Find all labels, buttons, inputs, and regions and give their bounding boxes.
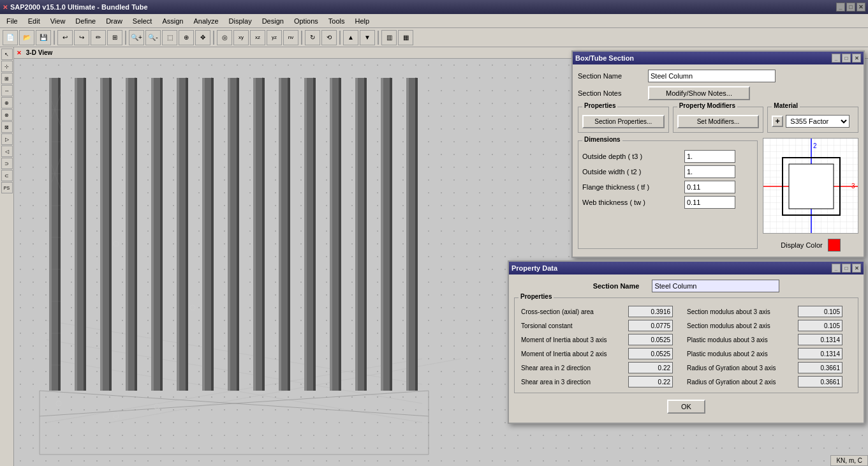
prop-label: Torsional constant [519, 319, 626, 333]
section-properties-btn[interactable]: Section Properties... [582, 115, 665, 128]
toolbar-separator-1 [54, 31, 55, 45]
maximize-btn[interactable]: □ [846, 3, 855, 11]
new-btn[interactable]: 📄 [3, 30, 18, 45]
snap-btn[interactable]: ◎ [217, 30, 232, 45]
prop-moi-2[interactable] [628, 348, 673, 359]
prop-sec-mod-2[interactable] [798, 320, 842, 331]
property-modifiers-title: Property Modifiers [677, 102, 737, 109]
prop-axial-area[interactable] [628, 306, 673, 317]
close-btn[interactable]: ✕ [857, 3, 865, 11]
prop-value-cell [626, 361, 684, 375]
menu-select[interactable]: Select [128, 16, 158, 26]
prop-label: Cross-section (axial) area [519, 304, 626, 319]
svg-rect-13 [109, 78, 112, 391]
prop-label: Plastic modulus about 2 axis [684, 347, 795, 361]
menu-file[interactable]: File [1, 16, 23, 26]
menu-draw[interactable]: Draw [101, 16, 128, 26]
tool-4[interactable]: ↔ [1, 85, 13, 96]
modify-notes-btn[interactable]: Modify/Show Notes... [648, 86, 750, 100]
menu-edit[interactable]: Edit [23, 16, 45, 26]
menu-help[interactable]: Help [350, 16, 375, 26]
menu-tools[interactable]: Tools [323, 16, 350, 26]
tool-ps[interactable]: PS [1, 182, 13, 193]
menu-options[interactable]: Options [289, 16, 323, 26]
select-tool[interactable]: ↖ [1, 49, 13, 60]
box-tube-minimize[interactable]: _ [832, 54, 841, 63]
material-dropdown[interactable]: S355 Factor [786, 115, 850, 128]
menu-design[interactable]: Design [257, 16, 289, 26]
table-row: Torsional constant Section modulus about… [519, 319, 854, 333]
zoom-all-btn[interactable]: ⊕ [179, 30, 194, 45]
undo-btn[interactable]: ↩ [57, 30, 73, 45]
svg-rect-27 [228, 78, 230, 391]
menu-display[interactable]: Display [224, 16, 257, 26]
outside-depth-input[interactable] [684, 150, 735, 163]
set-modifiers-btn[interactable]: Set Modifiers... [677, 115, 760, 128]
zoom-window-btn[interactable]: ⬚ [162, 30, 177, 45]
prop-torsional[interactable] [628, 320, 673, 331]
tool-8[interactable]: ▷ [1, 133, 13, 145]
box-tube-close[interactable]: ✕ [852, 54, 861, 63]
prop-rog-2[interactable] [798, 376, 842, 387]
prop-data-minimize[interactable]: _ [832, 264, 841, 273]
yz-view-btn[interactable]: yz [267, 30, 282, 45]
shell-prop-btn[interactable]: ▦ [398, 30, 413, 45]
frame-prop-btn[interactable]: ▥ [381, 30, 397, 45]
draw-btn[interactable]: ✏ [91, 30, 106, 45]
menu-view[interactable]: View [45, 16, 71, 26]
menu-define[interactable]: Define [70, 16, 101, 26]
prop-plast-mod-2[interactable] [798, 348, 842, 359]
prop-moi-3[interactable] [628, 334, 673, 345]
tool-6[interactable]: ⊗ [1, 109, 13, 121]
outside-width-input[interactable] [684, 165, 735, 178]
tool-10[interactable]: ⊃ [1, 158, 13, 169]
prop-data-maximize[interactable]: □ [842, 264, 851, 273]
prop-value-cell [626, 333, 684, 347]
box-tube-maximize[interactable]: □ [842, 54, 851, 63]
xz-view-btn[interactable]: xz [250, 30, 265, 45]
zoom-out-btn[interactable]: 🔍- [145, 30, 161, 45]
save-btn[interactable]: 💾 [36, 30, 51, 45]
tool-5[interactable]: ⊕ [1, 97, 13, 109]
prop-rog-3[interactable] [798, 362, 842, 373]
menu-analyze[interactable]: Analyze [188, 16, 223, 26]
svg-rect-40 [339, 78, 341, 391]
prop-section-name-input[interactable] [652, 280, 779, 292]
tool-9[interactable]: ◁ [1, 146, 13, 157]
move-down-btn[interactable]: ▼ [360, 30, 375, 45]
prop-data-close[interactable]: ✕ [852, 264, 861, 273]
zoom-in-btn[interactable]: 🔍+ [129, 30, 144, 45]
svg-rect-18 [151, 78, 154, 391]
menu-assign[interactable]: Assign [157, 16, 188, 26]
prop-sec-mod-3[interactable] [798, 306, 842, 317]
tool-3[interactable]: ⊞ [1, 73, 13, 84]
web-thickness-input[interactable] [684, 196, 735, 209]
orbit-btn[interactable]: ⟲ [321, 30, 337, 45]
menu-bar: File Edit View Define Draw Select Assign… [0, 14, 868, 28]
move-up-btn[interactable]: ▲ [343, 30, 358, 45]
ok-btn[interactable]: OK [667, 400, 705, 414]
minimize-btn[interactable]: _ [836, 3, 845, 11]
nv-view-btn[interactable]: nv [283, 30, 298, 45]
redo-btn[interactable]: ↪ [74, 30, 89, 45]
frame-btn[interactable]: ⊞ [107, 30, 122, 45]
view-close-icon[interactable]: ✕ [17, 50, 22, 56]
prop-plast-mod-3[interactable] [798, 334, 842, 345]
xy-view-btn[interactable]: xy [233, 30, 249, 45]
tool-11[interactable]: ⊂ [1, 170, 13, 181]
table-row: Shear area in 2 direction Radius of Gyra… [519, 361, 854, 375]
tool-7[interactable]: ⊠ [1, 121, 13, 133]
prop-shear-2[interactable] [628, 362, 673, 373]
color-swatch[interactable] [828, 239, 841, 252]
section-name-input[interactable] [648, 70, 776, 82]
open-btn[interactable]: 📂 [19, 30, 34, 45]
material-plus-btn[interactable]: + [772, 116, 783, 127]
prop-label: Shear area in 2 direction [519, 361, 626, 375]
rotate-btn[interactable]: ↻ [305, 30, 320, 45]
prop-shear-3[interactable] [628, 376, 673, 387]
flange-thickness-input[interactable] [684, 181, 735, 193]
display-color-row: Display Color [781, 239, 840, 252]
tool-2[interactable]: ⊹ [1, 61, 13, 72]
material-group-title: Material [772, 102, 800, 109]
pan-btn[interactable]: ✥ [195, 30, 210, 45]
